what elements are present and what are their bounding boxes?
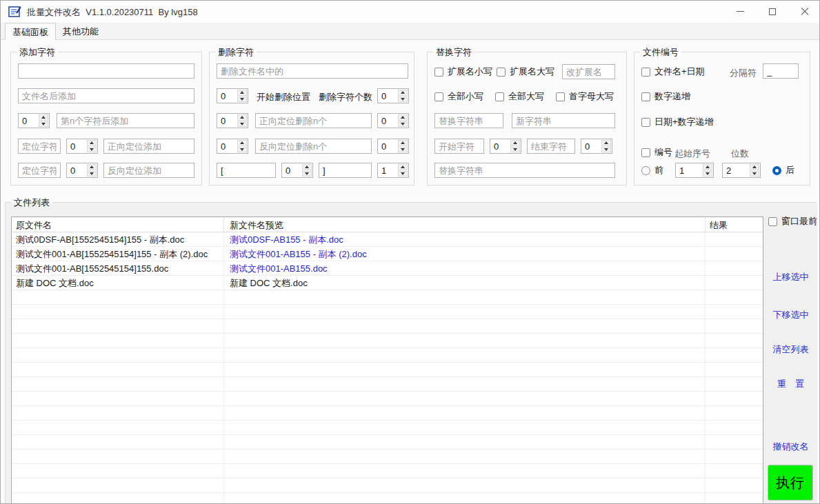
spin-up-icon[interactable] [87,140,97,146]
table-row[interactable]: 测试0DSF-AB[1552545154]155 - 副本.doc测试0DSF-… [12,232,763,247]
spin-up-icon[interactable] [237,140,247,146]
spin-down-icon[interactable] [601,147,611,153]
table-row-empty[interactable] [12,478,763,493]
delete-bracket-spinner[interactable]: 0 [281,163,313,178]
spin-down-icon[interactable] [87,171,97,177]
checkbox-all-uppercase[interactable]: 全部大写 [495,90,544,103]
move-down-button[interactable]: 下移选中 [764,309,817,321]
table-row-empty[interactable] [12,290,763,305]
delete-bracket-open-input[interactable] [217,163,276,178]
delete-start-pos-spinner[interactable]: 0 [217,88,248,103]
replace-find-input[interactable] [434,113,503,128]
spin-up-icon[interactable] [302,164,312,170]
checkbox-numbering[interactable]: 编号 [641,146,672,159]
replace-end-spinner[interactable]: 0 [581,139,612,154]
spin-up-icon[interactable] [703,164,712,170]
table-row-empty[interactable] [12,464,763,478]
table-row-empty[interactable] [12,348,763,363]
spin-down-icon[interactable] [237,147,247,153]
start-seq-spinner[interactable]: 1 [675,163,714,178]
spin-up-icon[interactable] [601,140,611,146]
spin-down-icon[interactable] [237,97,247,103]
table-row-empty[interactable] [12,305,763,319]
minimize-button[interactable] [730,1,750,21]
checkbox-ext-uppercase[interactable]: 扩展名大写 [497,65,554,78]
add-fwd-spinner[interactable]: 0 [66,139,98,154]
tab-other-functions[interactable]: 其他功能 [56,23,106,40]
execute-button[interactable]: 执行 [768,465,813,501]
spin-up-icon[interactable] [237,114,247,121]
add-nth-spinner[interactable]: 0 [18,113,50,128]
add-rev-anchor-input[interactable] [18,163,61,178]
close-button[interactable] [794,1,814,21]
column-original-name[interactable]: 原文件名 [12,217,224,232]
table-row[interactable]: 新建 DOC 文档.doc新建 DOC 文档.doc [12,276,763,290]
checkbox-date-increment[interactable]: 日期+数字递增 [641,116,714,128]
add-rev-text-input[interactable] [103,163,194,178]
add-rev-spinner[interactable]: 0 [66,163,98,178]
checkbox-number-increment[interactable]: 数字递增 [641,90,690,103]
checkbox-name-date[interactable]: 文件名+日期 [641,65,705,78]
maximize-button[interactable] [762,1,783,21]
delete-bracket-close-input[interactable] [319,163,372,178]
spin-up-icon[interactable] [398,114,408,121]
spin-down-icon[interactable] [398,147,408,153]
replace-start-spinner[interactable]: 0 [490,139,521,154]
column-result[interactable]: 结果 [706,217,763,232]
delete-fwd-n-spinner[interactable]: 0 [377,113,409,128]
column-new-name-preview[interactable]: 新文件名预览 [224,217,706,232]
table-row-empty[interactable] [12,392,763,406]
add-after-name-input[interactable] [18,88,194,103]
delete-rev-pos-spinner[interactable]: 0 [217,139,248,154]
spin-down-icon[interactable] [87,147,97,153]
undo-rename-button[interactable]: 撤销改名 [764,441,817,453]
table-row-empty[interactable] [12,450,763,464]
spin-up-icon[interactable] [237,90,247,96]
replace-start-char-input[interactable] [434,139,484,154]
spin-up-icon[interactable] [398,164,408,170]
delete-count-spinner[interactable]: 0 [377,88,409,103]
table-row-empty[interactable] [12,406,763,421]
replace-range-input[interactable] [434,163,615,178]
table-row[interactable]: 测试文件001-AB[1552545154]155.doc测试文件001-AB1… [12,261,763,276]
add-fwd-anchor-input[interactable] [18,139,61,154]
clear-list-button[interactable]: 清空列表 [764,343,817,356]
table-row-empty[interactable] [12,435,763,450]
table-row-empty[interactable] [12,421,763,435]
move-up-button[interactable]: 上移选中 [764,271,817,283]
add-fwd-text-input[interactable] [103,139,194,154]
spin-down-icon[interactable] [398,171,408,177]
delete-rev-input[interactable] [255,139,372,154]
reset-button[interactable]: 重 置 [764,378,817,390]
delete-rev-n-spinner[interactable]: 0 [377,139,409,154]
table-row-empty[interactable] [12,377,763,392]
spin-up-icon[interactable] [398,90,408,96]
change-ext-input[interactable] [562,64,615,79]
spin-up-icon[interactable] [750,164,759,170]
radio-number-back[interactable]: 后 [772,164,794,177]
table-row-empty[interactable] [12,363,763,377]
delete-contains-input[interactable] [217,63,408,79]
spin-down-icon[interactable] [510,147,520,153]
spin-down-icon[interactable] [237,121,247,128]
table-row-empty[interactable] [12,493,763,504]
replace-end-char-input[interactable] [527,139,575,154]
add-after-nth-input[interactable] [57,113,194,128]
table-row-empty[interactable] [12,334,763,348]
delete-fwd-input[interactable] [255,113,372,128]
spin-up-icon[interactable] [510,140,520,146]
table-row-empty[interactable] [12,319,763,334]
spin-down-icon[interactable] [398,97,408,103]
checkbox-window-topmost[interactable]: 窗口最前 [768,215,817,228]
checkbox-capitalize[interactable]: 首字母大写 [556,90,614,103]
delete-fwd-pos-spinner[interactable]: 0 [217,113,248,128]
spin-down-icon[interactable] [703,171,712,177]
spin-down-icon[interactable] [39,121,48,128]
spin-up-icon[interactable] [39,114,48,121]
radio-number-front[interactable]: 前 [641,164,663,177]
checkbox-all-lowercase[interactable]: 全部小写 [434,90,483,103]
spin-up-icon[interactable] [87,164,97,170]
tab-basic-panel[interactable]: 基础面板 [5,23,56,40]
spin-down-icon[interactable] [302,171,312,177]
spin-down-icon[interactable] [750,171,759,177]
